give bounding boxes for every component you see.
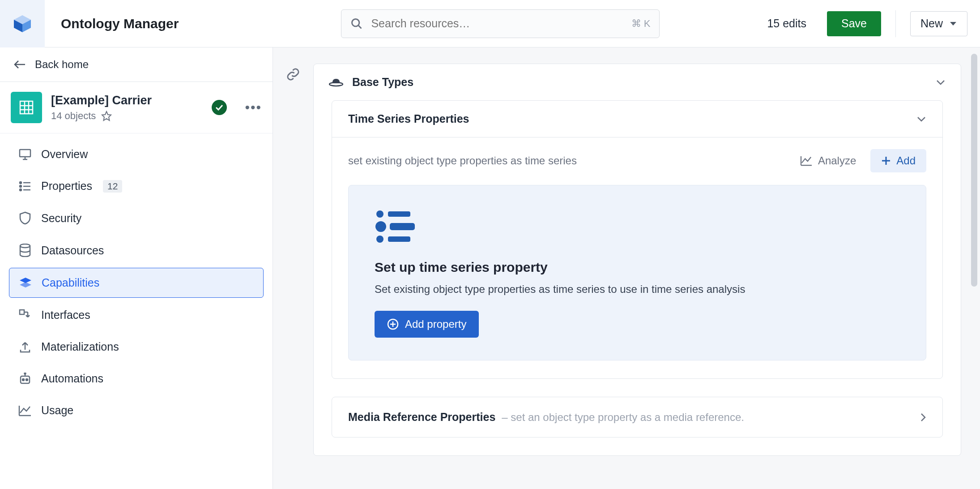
star-icon[interactable]: [101, 111, 112, 121]
time-series-desc: set existing object type properties as t…: [348, 154, 577, 167]
svg-point-27: [22, 379, 24, 381]
chevron-right-icon: [920, 412, 926, 422]
add-label: Add: [896, 154, 916, 167]
object-header: [Example] Carrier 14 objects •••: [0, 82, 273, 133]
back-home-link[interactable]: Back home: [0, 47, 273, 82]
sidebar-item-usage[interactable]: Usage: [9, 396, 264, 425]
plus-icon: [881, 156, 891, 166]
arrow-left-icon: [13, 60, 26, 69]
search-icon: [350, 17, 363, 30]
layers-icon: [18, 277, 33, 289]
time-series-panel: Time Series Properties set existing obje…: [332, 100, 943, 379]
topbar: Ontology Manager ⌘ K 15 edits Save New: [0, 0, 980, 47]
plus-circle-icon: [387, 318, 399, 330]
svg-point-36: [375, 221, 386, 232]
sidebar-nav: Overview Properties 12 Security Data: [0, 133, 273, 434]
svg-point-22: [20, 244, 30, 248]
svg-point-28: [26, 379, 28, 381]
sidebar-item-label: Materializations: [41, 340, 119, 353]
svg-point-31: [329, 82, 343, 86]
sidebar-item-label: Interfaces: [41, 309, 90, 322]
svg-rect-37: [390, 223, 415, 230]
sidebar-item-label: Datasources: [41, 244, 104, 257]
svg-point-3: [352, 19, 359, 26]
media-reference-title: Media Reference Properties: [348, 411, 495, 424]
add-property-button[interactable]: Add property: [375, 311, 479, 338]
list-icon: [18, 181, 32, 192]
setup-title: Set up time series property: [375, 260, 900, 275]
svg-marker-24: [20, 282, 31, 287]
svg-line-4: [359, 26, 362, 28]
svg-rect-13: [20, 150, 30, 157]
grid-icon: [17, 99, 35, 116]
object-type-icon: [11, 92, 42, 123]
chart-line-icon: [18, 405, 32, 416]
database-icon: [18, 244, 32, 257]
sidebar-item-label: Automations: [41, 372, 103, 385]
sidebar-item-interfaces[interactable]: Interfaces: [9, 300, 264, 330]
cube-icon: [12, 13, 33, 34]
sidebar-item-overview[interactable]: Overview: [9, 140, 264, 169]
svg-rect-25: [20, 310, 24, 314]
add-property-label: Add property: [405, 318, 466, 330]
upload-icon: [18, 341, 32, 353]
svg-point-20: [20, 189, 21, 191]
svg-rect-39: [388, 236, 410, 242]
search-input[interactable]: [371, 17, 623, 30]
divider: [895, 10, 896, 37]
sidebar-item-capabilities[interactable]: Capabilities: [9, 268, 264, 298]
sidebar-item-label: Overview: [41, 148, 88, 161]
sidebar-item-datasources[interactable]: Datasources: [9, 236, 264, 265]
svg-point-18: [20, 185, 21, 187]
sidebar-item-materializations[interactable]: Materializations: [9, 332, 264, 361]
time-series-header[interactable]: Time Series Properties: [332, 101, 942, 137]
sidebar-item-properties[interactable]: Properties 12: [9, 172, 264, 201]
link-icon[interactable]: [286, 67, 300, 489]
svg-rect-35: [388, 211, 410, 217]
svg-point-16: [20, 182, 21, 184]
base-types-panel: Base Types Time Series Properties set ex…: [313, 64, 961, 456]
save-button[interactable]: Save: [827, 11, 881, 36]
chevron-down-icon: [916, 116, 926, 122]
app-title: Ontology Manager: [61, 16, 179, 31]
sidebar-item-automations[interactable]: Automations: [9, 364, 264, 393]
robot-icon: [18, 373, 32, 385]
chart-line-icon: [800, 155, 813, 166]
back-home-label: Back home: [35, 58, 89, 71]
caret-down-icon: [949, 21, 957, 26]
time-series-toolbar: set existing object type properties as t…: [332, 137, 942, 180]
app-logo[interactable]: [0, 0, 45, 47]
more-menu-button[interactable]: •••: [245, 100, 262, 115]
bullet-list-graphic-icon: [375, 208, 900, 245]
sidebar-item-label: Usage: [41, 404, 73, 417]
analyze-button[interactable]: Analyze: [792, 150, 864, 172]
chevron-down-icon: [936, 79, 946, 86]
analyze-label: Analyze: [818, 154, 856, 167]
new-button[interactable]: New: [910, 11, 967, 36]
time-series-title: Time Series Properties: [348, 112, 469, 125]
svg-point-34: [376, 210, 383, 218]
shield-icon: [18, 211, 32, 225]
main-content: Base Types Time Series Properties set ex…: [313, 47, 980, 489]
time-series-setup-box: Set up time series property Set existing…: [348, 185, 926, 360]
sidebar-item-label: Properties: [41, 180, 92, 193]
search-bar[interactable]: ⌘ K: [341, 9, 660, 38]
svg-rect-7: [20, 101, 33, 114]
interfaces-icon: [18, 309, 32, 322]
svg-marker-12: [102, 112, 111, 120]
setup-desc: Set existing object type properties as t…: [375, 283, 900, 296]
object-title: [Example] Carrier: [51, 94, 152, 107]
base-types-header[interactable]: Base Types: [314, 64, 961, 100]
properties-count-badge: 12: [103, 180, 122, 193]
new-button-label: New: [920, 17, 943, 30]
add-button[interactable]: Add: [870, 149, 926, 172]
main-gutter: [273, 47, 313, 489]
base-types-title: Base Types: [352, 76, 413, 89]
scrollbar[interactable]: [971, 54, 977, 287]
search-shortcut: ⌘ K: [631, 18, 651, 30]
sidebar-item-label: Security: [41, 212, 81, 225]
sidebar-item-security[interactable]: Security: [9, 203, 264, 233]
status-ok-icon: [212, 100, 227, 115]
edits-count: 15 edits: [767, 17, 806, 30]
media-reference-header[interactable]: Media Reference Properties – set an obje…: [332, 397, 942, 437]
